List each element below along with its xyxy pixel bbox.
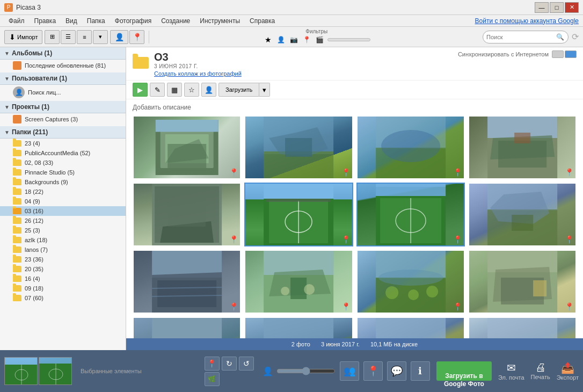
share-button[interactable]: 💬	[387, 361, 406, 381]
sidebar-item-folder-lanos[interactable]: lanos (7)	[0, 245, 126, 255]
photo-item-15[interactable]	[356, 317, 465, 338]
minimize-button[interactable]: —	[535, 2, 549, 13]
sidebar-item-folder-backgrounds[interactable]: Backgrounds (9)	[0, 177, 126, 187]
menu-tools[interactable]: Инструменты	[195, 16, 244, 26]
info-button[interactable]: ℹ	[411, 361, 430, 381]
face-filter-icon[interactable]: 👤	[276, 34, 287, 45]
google-signin-link[interactable]: Войти с помощью аккаунта Google	[475, 17, 579, 25]
menu-folder[interactable]: Папка	[83, 16, 110, 26]
sidebar-item-folder-04[interactable]: 04 (9)	[0, 197, 126, 206]
sidebar-item-folder-23-36[interactable]: 23 (36)	[0, 255, 126, 264]
photo-item-7[interactable]: 📍	[356, 183, 465, 246]
selected-thumb-1[interactable]	[4, 357, 38, 385]
albums-header[interactable]: ▼ Альбомы (1)	[0, 47, 126, 60]
photo-item-11[interactable]: 📍	[356, 250, 465, 314]
star-button[interactable]: ☆	[184, 83, 199, 97]
email-action[interactable]: ✉ Эл. почта	[498, 361, 524, 381]
status-date: 3 июня 2017 г.	[321, 341, 360, 347]
people-view-button[interactable]: 👥	[340, 361, 359, 381]
sidebar-item-recent[interactable]: Последние обновленные (81)	[0, 60, 126, 71]
bottom-action-4[interactable]: 🌿	[205, 372, 220, 386]
menu-view[interactable]: Вид	[61, 16, 82, 26]
photo-item-9[interactable]: 📍	[133, 250, 241, 314]
photo-item-6[interactable]: 📍	[244, 183, 353, 246]
sidebar-item-folder-18[interactable]: 18 (22)	[0, 187, 126, 197]
maximize-button[interactable]: □	[550, 2, 564, 13]
sidebar-scroll[interactable]: ▼ Альбомы (1) Последние обновленные (81)…	[0, 47, 126, 350]
sidebar-item-folder-pinnacle[interactable]: Pinnacle Studio (5)	[0, 168, 126, 177]
collage-button[interactable]: ▦	[167, 83, 182, 97]
edit-photo-button[interactable]: ✎	[150, 83, 165, 97]
folders-header[interactable]: ▼ Папки (211)	[0, 126, 126, 139]
print-action[interactable]: 🖨 Печать	[531, 361, 550, 381]
rotate-cw-button[interactable]: ↻	[222, 357, 237, 371]
sidebar-item-faces[interactable]: 👤 Поиск лиц...	[0, 85, 126, 100]
sidebar-item-folder-09[interactable]: 09 (18)	[0, 284, 126, 293]
folder-name: 23 (4)	[25, 140, 40, 147]
import-button[interactable]: ⬇ Импорт	[4, 30, 42, 44]
camera-filter-icon[interactable]: 📷	[289, 34, 300, 45]
photo-item-5[interactable]: 📍	[133, 183, 241, 246]
photo-item-4[interactable]: 📍	[468, 115, 577, 179]
sync-toggle[interactable]	[552, 50, 577, 58]
filter-slider[interactable]	[327, 38, 370, 41]
sidebar-item-folder-03[interactable]: 03 (16)	[0, 206, 126, 216]
movie-filter-icon[interactable]: 🎬	[315, 34, 325, 45]
view-dropdown[interactable]: ▾	[93, 30, 108, 44]
geo-tag-button[interactable]: 📍	[205, 357, 220, 371]
menu-file[interactable]: Файл	[4, 16, 29, 26]
sidebar-item-folder-25[interactable]: 25 (3)	[0, 226, 126, 235]
menu-help[interactable]: Справка	[245, 16, 279, 26]
photo-item-16[interactable]	[468, 317, 577, 338]
add-description[interactable]: Добавить описание	[133, 104, 577, 111]
location-view-button[interactable]: 📍	[363, 361, 383, 381]
photo-item-1[interactable]: 📍	[133, 115, 241, 179]
photo-item-2[interactable]: 📍	[244, 115, 353, 179]
users-header[interactable]: ▼ Пользователи (1)	[0, 72, 126, 85]
photo-item-10[interactable]: 📍	[244, 250, 353, 314]
zoom-control: 👤	[263, 366, 336, 376]
photo-item-3[interactable]: 📍	[356, 115, 465, 179]
geo-btn[interactable]: 📍	[129, 30, 144, 44]
sidebar-item-folder-16[interactable]: 16 (4)	[0, 274, 126, 284]
toggle-on[interactable]	[565, 50, 577, 58]
photo-item-12[interactable]: 📍	[468, 250, 577, 314]
menu-create[interactable]: Создание	[157, 16, 194, 26]
person-tag-button[interactable]: 👤	[201, 83, 216, 97]
face-detect-btn[interactable]: 👤	[110, 30, 128, 44]
upload-main-button[interactable]: Загрузить	[218, 83, 259, 97]
photo-grid-area[interactable]: Добавить описание	[126, 99, 583, 338]
sidebar-item-screencaptures[interactable]: Screen Captures (3)	[0, 113, 126, 125]
sidebar-item-folder-publicaccount[interactable]: PublicAccountMedia (52)	[0, 148, 126, 158]
play-button[interactable]: ▶	[133, 83, 148, 97]
sidebar-item-folder-0208[interactable]: 02, 08 (33)	[0, 158, 126, 168]
view-btn-1[interactable]: ⊞	[45, 30, 60, 44]
selected-thumb-2[interactable]	[39, 357, 72, 385]
sidebar-item-folder-26[interactable]: 26 (12)	[0, 216, 126, 226]
upload-google-button[interactable]: Загрузить в Google Фото	[436, 361, 492, 381]
photo-item-14[interactable]	[244, 317, 353, 338]
projects-header[interactable]: ▼ Проекты (1)	[0, 101, 126, 113]
zoom-slider[interactable]	[276, 367, 336, 375]
photo-item-8[interactable]: 📍	[468, 183, 577, 246]
rotate-ccw-button[interactable]: ↺	[239, 357, 254, 371]
sidebar-item-folder-07[interactable]: 07 (60)	[0, 293, 126, 303]
sidebar-item-folder-azlk[interactable]: azlk (18)	[0, 235, 126, 245]
sidebar-item-folder-23-4[interactable]: 23 (4)	[0, 139, 126, 148]
toggle-off[interactable]	[552, 50, 564, 58]
star-filter-icon[interactable]: ★	[263, 34, 274, 45]
location-pin-4: 📍	[565, 168, 574, 177]
export-action[interactable]: 📤 Экспорт	[557, 361, 579, 381]
view-btn-3[interactable]: ≡	[77, 30, 92, 44]
view-btn-2[interactable]: ☰	[61, 30, 76, 44]
search-input[interactable]	[486, 34, 556, 40]
geo-filter-icon[interactable]: 📍	[302, 34, 312, 45]
menu-edit[interactable]: Правка	[30, 16, 61, 26]
upload-dropdown-button[interactable]: ▾	[259, 83, 270, 97]
close-button[interactable]: ✕	[565, 2, 579, 13]
collage-link[interactable]: Создать коллаж из фотографий	[154, 70, 242, 77]
menu-photo[interactable]: Фотография	[111, 16, 156, 26]
dropdown-icon: ▾	[99, 33, 102, 40]
sidebar-item-folder-20[interactable]: 20 (35)	[0, 264, 126, 274]
photo-item-13[interactable]	[133, 317, 241, 338]
